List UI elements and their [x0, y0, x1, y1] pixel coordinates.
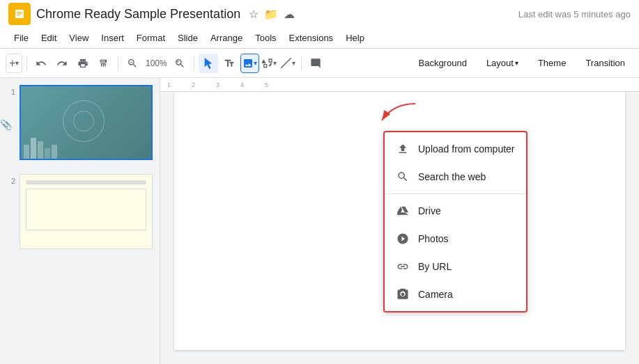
by-url-item[interactable]: By URL	[385, 253, 526, 280]
line-tool-button[interactable]: ▾	[279, 54, 297, 73]
slide-item-2[interactable]: 2	[6, 173, 154, 251]
drive-icon	[396, 204, 410, 218]
menu-arrange[interactable]: Arrange	[205, 30, 248, 46]
image-insert-dropdown: Upload from computer Search the web Driv…	[383, 131, 528, 312]
search-web-icon	[396, 170, 410, 184]
main-area: 1 📎 2	[0, 78, 639, 364]
menu-tools[interactable]: Tools	[249, 30, 282, 46]
url-icon	[396, 260, 410, 274]
camera-item[interactable]: Camera	[385, 280, 526, 308]
undo-button[interactable]	[31, 54, 51, 73]
zoom-out-button[interactable]	[123, 54, 142, 73]
svg-rect-1	[17, 12, 22, 13]
shape-arrow: ▾	[273, 59, 277, 67]
image-insert-button[interactable]: ▾	[240, 54, 259, 73]
title-bar: Chrome Ready Sample Presentation ☆ 📁 ☁ L…	[0, 0, 639, 28]
redo-button[interactable]	[52, 54, 72, 73]
zoom-field[interactable]: 100%	[144, 54, 169, 73]
menu-file[interactable]: File	[8, 30, 34, 46]
svg-rect-2	[17, 13, 22, 14]
last-edit-text: Last edit was 5 minutes ago	[518, 9, 631, 19]
camera-label: Camera	[418, 289, 453, 300]
photos-item[interactable]: Photos	[385, 225, 526, 253]
separator-4	[301, 56, 302, 70]
toolbar-right-group: Background Layout ▾ Theme Transition	[410, 54, 633, 72]
print-button[interactable]	[73, 54, 93, 73]
svg-rect-3	[17, 15, 20, 16]
star-icon[interactable]: ☆	[249, 8, 259, 21]
toolbar: + ▾ 100% ▾ ▾ ▾	[0, 49, 639, 78]
cloud-icon[interactable]: ☁	[284, 8, 295, 21]
upload-from-computer-label: Upload from computer	[418, 143, 515, 155]
menu-help[interactable]: Help	[340, 30, 370, 46]
app-icon	[8, 3, 31, 25]
menu-edit[interactable]: Edit	[36, 30, 62, 46]
textbox-tool-button[interactable]	[220, 54, 239, 73]
menu-slide[interactable]: Slide	[172, 30, 203, 46]
paint-format-button[interactable]	[94, 54, 114, 73]
select-tool-button[interactable]	[199, 54, 218, 73]
layout-button[interactable]: Layout ▾	[478, 54, 527, 72]
dropdown-divider-1	[385, 193, 526, 194]
shape-tool-button[interactable]: ▾	[261, 54, 278, 73]
folder-icon[interactable]: 📁	[264, 8, 278, 21]
drive-label: Drive	[418, 205, 441, 216]
photos-icon	[396, 232, 410, 246]
menu-view[interactable]: View	[63, 30, 94, 46]
theme-button[interactable]: Theme	[530, 54, 574, 72]
menu-bar: File Edit View Insert Format Slide Arran…	[0, 28, 639, 49]
image-dropdown-arrow: ▾	[254, 59, 257, 67]
separator-3	[194, 56, 194, 70]
plus-icon: +	[9, 57, 15, 70]
menu-extensions[interactable]: Extensions	[284, 30, 339, 46]
drive-item[interactable]: Drive	[385, 197, 526, 225]
presentation-title: Chrome Ready Sample Presentation	[36, 7, 240, 22]
upload-icon	[396, 142, 410, 156]
menu-insert[interactable]: Insert	[95, 30, 130, 46]
transition-button[interactable]: Transition	[577, 54, 633, 72]
title-icons: ☆ 📁 ☁	[249, 8, 295, 21]
canvas-area: 1 2 3 4 5 Upload from computer Search th…	[160, 78, 639, 364]
add-arrow-icon: ▾	[15, 59, 19, 67]
line-arrow: ▾	[292, 59, 295, 67]
background-button[interactable]: Background	[410, 54, 475, 72]
add-button[interactable]: + ▾	[6, 54, 22, 73]
slide-panel: 1 📎 2	[0, 78, 160, 364]
zoom-in-button[interactable]	[170, 54, 190, 73]
photos-label: Photos	[418, 233, 449, 244]
search-web-item[interactable]: Search the web	[385, 163, 526, 191]
slide-item-1[interactable]: 1	[6, 84, 154, 161]
comment-button[interactable]	[306, 54, 325, 73]
slide-thumbnail-1[interactable]	[20, 85, 153, 160]
separator-1	[26, 56, 27, 70]
search-web-label: Search the web	[418, 171, 486, 182]
slide-number-2: 2	[7, 177, 15, 185]
camera-icon	[396, 287, 410, 301]
slide-number-1: 1	[7, 88, 15, 96]
by-url-label: By URL	[418, 261, 452, 272]
separator-2	[118, 56, 118, 70]
slide-thumbnail-2[interactable]	[20, 174, 153, 249]
menu-format[interactable]: Format	[131, 30, 171, 46]
upload-from-computer-item[interactable]: Upload from computer	[385, 135, 526, 163]
ruler-horizontal: 1 2 3 4 5	[160, 78, 639, 92]
